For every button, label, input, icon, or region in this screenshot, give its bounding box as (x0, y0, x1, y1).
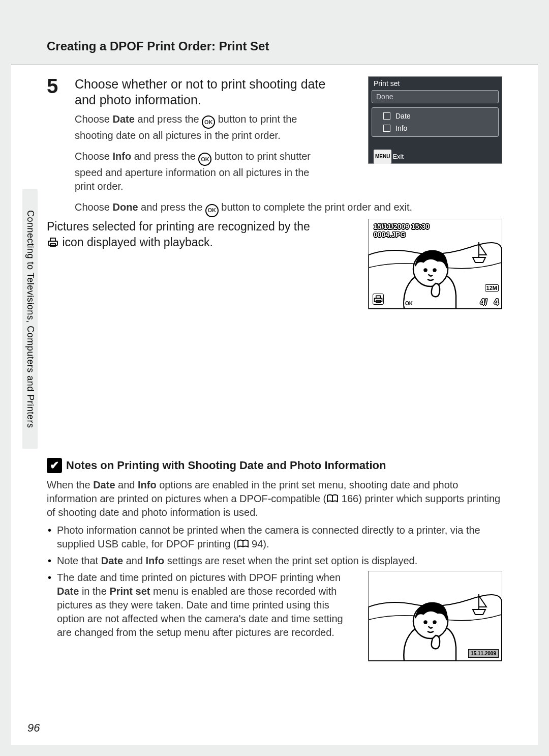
notes-intro: When the Date and Info options are enabl… (47, 478, 502, 519)
lcd-counter: 4/4 (480, 298, 499, 307)
t: Date (101, 555, 123, 566)
print-order-icon (47, 237, 59, 247)
t: Print set (109, 586, 150, 597)
lcd-datetime: 15/11/2009 15:30 (374, 222, 430, 230)
lcd-ok-bar: OK : IN (404, 300, 433, 307)
illustration-person-sailboat (369, 571, 502, 661)
lcd-option-info: Info (372, 122, 498, 134)
in-badge: IN (425, 300, 433, 306)
notes-section: ✔ Notes on Printing with Shooting Date a… (47, 458, 502, 661)
svg-rect-8 (376, 296, 380, 298)
svg-point-12 (420, 302, 421, 303)
t: Info (138, 479, 157, 490)
t: and (115, 479, 138, 490)
step-paragraph-done: Choose Done and press the OK button to c… (75, 200, 471, 217)
lcd-date-sample-screen: 15.11.2009 (368, 571, 502, 661)
lcd-filename: 0004.JPG (374, 230, 406, 239)
lcd-done-row: Done (372, 90, 499, 103)
svg-point-11 (419, 302, 420, 303)
step-number: 5 (47, 75, 58, 98)
t: When the (47, 479, 93, 490)
t: Date (93, 479, 115, 490)
t: The date and time printed on pictures wi… (57, 572, 341, 583)
t: 94). (249, 538, 269, 549)
lcd-imprinted-date: 15.11.2009 (468, 649, 499, 658)
svg-rect-7 (375, 298, 382, 302)
page-ref-icon (237, 539, 249, 548)
print-order-icon (373, 294, 384, 305)
t: Note that (57, 555, 101, 566)
t: Date (113, 113, 135, 125)
t: and (123, 555, 145, 566)
t: / (485, 298, 487, 306)
t: in the (79, 586, 109, 597)
t: Choose (75, 201, 113, 213)
lcd-option-label: Date (395, 112, 411, 120)
svg-point-13 (422, 302, 423, 303)
content: 5 Choose whether or not to print shootin… (47, 76, 502, 217)
t: Choose (75, 151, 113, 162)
t: 4 (494, 298, 499, 306)
note-bullet: Photo information cannot be printed when… (47, 524, 502, 551)
note-check-icon: ✔ (47, 458, 62, 473)
notes-heading: ✔ Notes on Printing with Shooting Date a… (47, 458, 502, 473)
lcd-options: Date Info (372, 107, 499, 137)
t: Done (113, 201, 138, 213)
checkbox-icon (383, 125, 390, 132)
page-number: 96 (27, 721, 40, 735)
t: Pictures selected for printing are recog… (47, 220, 310, 233)
page-header: Creating a DPOF Print Order: Print Set (11, 11, 538, 65)
palette-icon (417, 300, 424, 307)
t: settings are reset when the print set op… (164, 555, 417, 566)
t: and press the (138, 201, 205, 213)
section-tab: Connecting to Televisions, Computers and… (22, 189, 38, 449)
step-paragraph-info: Choose Info and press the OK button to p… (75, 150, 319, 193)
checkbox-icon (383, 112, 390, 120)
lcd-overlay: 15/11/2009 15:30 0004.JPG 12M OK : IN 4/… (369, 219, 502, 309)
page-ref-icon (326, 494, 339, 503)
svg-rect-1 (50, 238, 55, 241)
lcd-option-date: Date (372, 110, 498, 122)
t: and press the (131, 151, 198, 162)
lcd-option-label: Info (395, 124, 407, 132)
t: 4 (480, 298, 485, 306)
step-paragraph-date: Choose Date and press the OK button to p… (75, 112, 319, 142)
recognized-paragraph: Pictures selected for printing are recog… (47, 219, 321, 250)
svg-point-17 (434, 621, 436, 624)
lcd-title: Print set (369, 77, 502, 90)
ok-button-icon: OK (205, 204, 219, 217)
svg-point-10 (418, 301, 424, 306)
svg-rect-0 (48, 241, 57, 245)
ok-button-icon: OK (198, 153, 211, 166)
lcd-exit-label: Exit (392, 150, 404, 163)
menu-badge: MENU (374, 150, 391, 164)
t: icon displayed with playback. (62, 236, 213, 249)
t: button to complete the print order and e… (219, 201, 412, 213)
ok-badge: OK (404, 300, 414, 307)
notes-bullets: Photo information cannot be printed when… (47, 524, 502, 661)
lcd-footer: MENU Exit (369, 150, 502, 163)
page-title: Creating a DPOF Print Order: Print Set (47, 39, 269, 53)
note-bullet: The date and time printed on pictures wi… (47, 571, 502, 661)
notes-heading-text: Notes on Printing with Shooting Date and… (66, 459, 386, 472)
manual-page: Creating a DPOF Print Order: Print Set C… (11, 11, 538, 745)
lcd-playback-screen: 15/11/2009 15:30 0004.JPG 12M OK : IN 4/… (368, 219, 502, 309)
lcd-printset-screen: Print set Done Date Info MENU Exit (368, 76, 502, 164)
section-tab-label: Connecting to Televisions, Computers and… (25, 210, 36, 428)
svg-point-16 (424, 621, 427, 624)
t: and press the (135, 113, 202, 125)
t: Info (113, 151, 132, 162)
t: Info (146, 555, 165, 566)
step-heading: Choose whether or not to print shooting … (75, 76, 329, 108)
lcd-size-badge: 12M (485, 284, 499, 292)
t: Choose (75, 113, 113, 125)
note-bullet: Note that Date and Info settings are res… (47, 554, 502, 568)
ok-button-icon: OK (202, 115, 215, 129)
t: Date (57, 586, 79, 597)
